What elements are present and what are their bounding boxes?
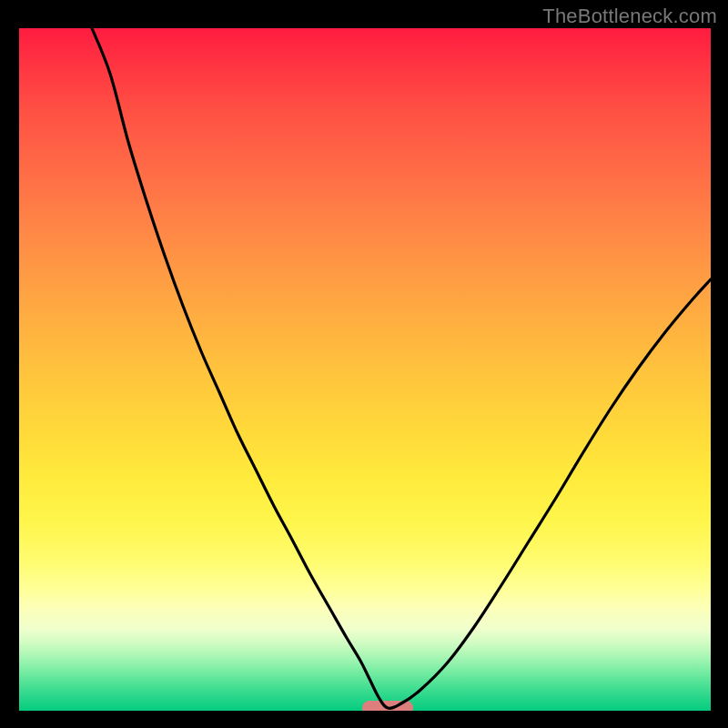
curve-layer (19, 28, 711, 711)
plot-area (19, 28, 711, 711)
watermark-text: TheBottleneck.com (542, 5, 717, 28)
bottleneck-curve (92, 28, 711, 708)
chart-frame: TheBottleneck.com (0, 0, 728, 728)
